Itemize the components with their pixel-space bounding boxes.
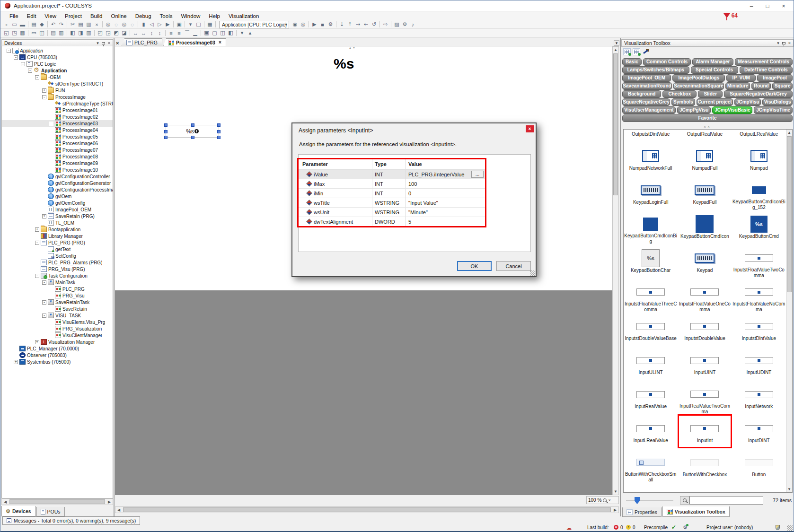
resize-handle[interactable] [217, 130, 221, 133]
tab-processimage03[interactable]: ProcessImage03 × [163, 38, 226, 46]
menu-item[interactable]: Online [106, 13, 131, 19]
parameter-cell[interactable]: wsUnit [299, 208, 372, 217]
category-button-favorite[interactable]: Favorite [622, 114, 793, 122]
expand-toggle[interactable] [49, 108, 53, 113]
toolbox-item[interactable]: InputstFloatValueNoComma [732, 278, 786, 312]
toolbox-item[interactable]: %s KeypadButtonCmd [732, 210, 786, 244]
tree-item[interactable]: + Visualization Manager [2, 339, 113, 345]
type-cell[interactable]: INT [372, 170, 406, 179]
toolbox-item[interactable]: NumpadNetworkFull [624, 142, 678, 176]
tree-item[interactable]: Observer (705003) [2, 352, 113, 358]
expand-toggle[interactable] [35, 234, 39, 238]
toolbar-icon[interactable]: ▭ [10, 21, 18, 28]
scroll-left-icon[interactable]: ◀ [115, 507, 122, 513]
slider-thumb[interactable] [635, 497, 640, 504]
splitter-arrows-icon[interactable]: ▲▼ [348, 46, 357, 50]
tree-item[interactable]: - Task Configuration [2, 272, 113, 279]
type-cell[interactable]: WSTRING [372, 208, 406, 217]
toolbox-item[interactable]: InputUINT [678, 346, 732, 380]
resize-handle[interactable] [217, 123, 221, 127]
toolbox-item[interactable]: Keypad [678, 244, 732, 278]
expand-toggle[interactable] [49, 307, 53, 311]
parameter-row[interactable]: wsTitle WSTRING "Input Value" [299, 198, 485, 207]
expand-toggle[interactable] [49, 155, 53, 159]
toolbox-item[interactable]: InputstFloatValueThreeComma [624, 278, 678, 312]
tree-item[interactable]: gvlConfigurationProcessImage [2, 186, 113, 193]
expand-toggle[interactable]: + [42, 88, 46, 93]
toolbar-icon[interactable]: × [93, 21, 101, 28]
toolbox-item[interactable]: InputULINT [624, 346, 678, 380]
value-cell[interactable]: "Minute" [406, 208, 485, 217]
category-button[interactable]: Slider [698, 90, 723, 98]
toolbar-icon[interactable]: ≡ [175, 29, 183, 37]
tree-item[interactable]: VisuElems.Visu_Prg [2, 319, 113, 325]
category-button[interactable]: Measurement Controls [735, 58, 793, 66]
category-button[interactable]: Checkbox [662, 90, 697, 98]
rotation-anchor[interactable] [194, 129, 199, 133]
insert-element-alt-icon[interactable] [633, 48, 640, 55]
tree-item[interactable]: PLC_Manager (70.0000) [2, 345, 113, 352]
category-button[interactable]: ImagePool_OEM [622, 74, 671, 82]
expand-toggle[interactable] [14, 353, 18, 358]
parameter-cell[interactable]: wsTitle [299, 198, 372, 207]
tree-item[interactable]: getText [2, 246, 113, 253]
toolbar-icon[interactable]: ▷ [156, 21, 164, 28]
toolbar-icon[interactable] [199, 29, 203, 37]
toolbar-icon[interactable]: ◫ [219, 29, 227, 37]
expand-toggle[interactable] [42, 201, 46, 205]
security-shield-icon[interactable] [776, 525, 780, 530]
canvas-zoom-control[interactable]: 100 % ∨ [586, 496, 619, 504]
expand-toggle[interactable] [49, 135, 53, 139]
toolbar-icon[interactable]: ▣ [175, 21, 183, 28]
search-input[interactable] [689, 496, 763, 505]
toolbar-icon[interactable]: ↺ [370, 21, 378, 28]
tree-item[interactable]: SaveRetain [2, 305, 113, 312]
expand-toggle[interactable] [49, 115, 53, 119]
parameter-cell[interactable]: iMin [299, 189, 372, 198]
expand-toggle[interactable]: - [35, 274, 39, 278]
category-button[interactable]: JCmpVisuBasic [712, 106, 752, 114]
toolbox-item[interactable]: KeypadLoginFull [624, 176, 678, 210]
expand-toggle[interactable] [49, 294, 53, 298]
scrollbar-thumb[interactable] [787, 136, 792, 292]
toolbar-icon[interactable] [203, 21, 206, 28]
toolbar-icon[interactable] [172, 21, 175, 28]
category-button[interactable]: JCmpPgVisu [677, 106, 711, 114]
tree-item[interactable]: gvlOemConfig [2, 200, 113, 206]
expand-toggle[interactable]: - [42, 280, 46, 285]
toolbox-item[interactable]: InputRealValueTwoComma [678, 380, 732, 414]
toolbox-item[interactable]: KeypadButtonCmdIconBig_152 [732, 176, 786, 210]
toolbar-icon[interactable]: ▫ [2, 21, 10, 28]
menu-item[interactable]: Help [204, 13, 224, 19]
category-button[interactable]: SaveanimationRound [622, 82, 672, 90]
category-button[interactable]: Alarm Manager [692, 58, 733, 66]
toolbar-icon[interactable] [335, 21, 338, 28]
category-button[interactable]: Symbols [671, 98, 695, 106]
tree-item[interactable]: stOemType (STRUCT) [2, 80, 113, 87]
expand-toggle[interactable] [49, 168, 53, 172]
toolbar-icon[interactable]: ✂ [69, 21, 77, 28]
tree-item[interactable]: - CPU (705003) [2, 54, 113, 61]
toolbar-icon[interactable]: ⇡ [346, 21, 354, 28]
column-header-type[interactable]: Type [372, 159, 406, 169]
dialog-close-button[interactable]: × [526, 125, 534, 132]
browse-button[interactable]: ... [471, 171, 484, 178]
toolbar-icon[interactable]: ◌ [128, 21, 136, 28]
expand-toggle[interactable] [14, 347, 18, 351]
editor-horizontal-scrollbar[interactable]: ◀ ▶ [115, 506, 619, 513]
chevron-down-icon[interactable]: ∨ [608, 498, 611, 502]
menu-item[interactable]: Window [176, 13, 204, 19]
selected-text-element[interactable]: %s [166, 125, 219, 138]
toolbox-item[interactable]: InputstFloatValueOneComma [678, 278, 732, 312]
panel-splitter-right[interactable] [620, 38, 621, 516]
toolbar-icon[interactable]: ◎ [299, 21, 307, 28]
scroll-up-icon[interactable]: ▲ [613, 47, 618, 53]
toolbox-item[interactable]: %s KeypadButtonChar [624, 244, 678, 278]
expand-toggle[interactable] [42, 181, 46, 185]
expand-toggle[interactable] [35, 261, 39, 265]
toolbar-icon[interactable]: ⇨ [381, 21, 389, 28]
tree-item[interactable]: ProcessImage01 [2, 107, 113, 113]
toolbox-item[interactable]: Numpad [732, 142, 786, 176]
toolbar-icon[interactable] [389, 21, 393, 28]
toolbar-icon[interactable] [65, 29, 69, 37]
